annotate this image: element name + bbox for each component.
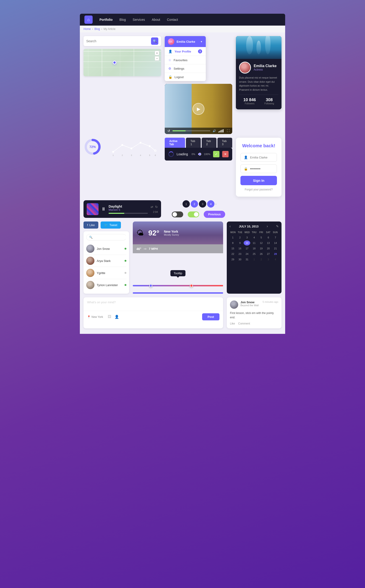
dropdown-header[interactable]: EC Emilia Clarke ▼ bbox=[165, 36, 206, 47]
cal-day-4[interactable]: 4 bbox=[251, 235, 257, 240]
contact-jon-snow[interactable]: Jon Snow bbox=[86, 243, 126, 255]
nav-blog[interactable]: Blog bbox=[119, 18, 126, 22]
page-next-arrow[interactable]: › bbox=[215, 202, 217, 206]
cal-day-22[interactable]: 22 bbox=[230, 251, 236, 257]
page-3[interactable]: 3 bbox=[199, 200, 206, 208]
cal-day-24[interactable]: 24 bbox=[244, 251, 250, 257]
slider-track-2[interactable] bbox=[133, 292, 223, 294]
cal-day-28-highlighted[interactable]: 28 bbox=[272, 251, 279, 257]
toggle-on[interactable] bbox=[188, 211, 199, 217]
cal-day-7[interactable]: 7 bbox=[272, 235, 279, 240]
cal-day-19[interactable]: 19 bbox=[258, 246, 265, 251]
cal-day-18[interactable]: 18 bbox=[251, 246, 257, 251]
post-button[interactable]: Post bbox=[202, 313, 219, 320]
cal-day-17[interactable]: 17 bbox=[244, 246, 250, 251]
cal-day-3-next[interactable]: 3 bbox=[265, 257, 272, 262]
video-play-button[interactable]: ▶ bbox=[193, 103, 204, 115]
facebook-like-button[interactable]: f Like bbox=[84, 222, 98, 229]
photo-icon[interactable]: 🖼 bbox=[108, 315, 111, 319]
social-comment-button[interactable]: Comment bbox=[238, 322, 250, 325]
cal-day-10-today[interactable]: 10 bbox=[244, 240, 250, 245]
cal-day-8[interactable]: 8 bbox=[230, 240, 236, 245]
search-input[interactable] bbox=[86, 39, 151, 43]
loading-confirm-button[interactable]: ✓ bbox=[213, 151, 219, 157]
person-icon[interactable]: 👤 bbox=[114, 315, 119, 319]
calendar-edit-icon[interactable]: ✎ bbox=[276, 224, 279, 228]
cal-day-14[interactable]: 14 bbox=[272, 240, 279, 245]
map-zoom-in[interactable]: + bbox=[155, 51, 159, 55]
cal-day-11[interactable]: 11 bbox=[251, 240, 257, 245]
cal-day-5[interactable]: 5 bbox=[258, 235, 265, 240]
nav-contact[interactable]: Contact bbox=[167, 18, 178, 22]
cal-day-23[interactable]: 23 bbox=[237, 251, 243, 257]
cal-day-12[interactable]: 12 bbox=[258, 240, 265, 245]
calendar-prev-button[interactable]: ‹ bbox=[230, 224, 231, 228]
nav-about[interactable]: About bbox=[152, 18, 160, 22]
cal-day-27[interactable]: 27 bbox=[265, 251, 272, 257]
tab-3[interactable]: Tab 3 bbox=[218, 138, 232, 148]
cal-day-16[interactable]: 16 bbox=[237, 246, 243, 251]
nav-services[interactable]: Services bbox=[133, 18, 145, 22]
loading-progress-bar[interactable] bbox=[198, 153, 201, 155]
breadcrumb-blog[interactable]: Blog bbox=[94, 27, 100, 31]
sign-in-button[interactable]: Sign In bbox=[240, 176, 277, 185]
shuffle-icon[interactable]: ⇄ bbox=[151, 205, 153, 209]
social-like-button[interactable]: Like bbox=[230, 322, 235, 325]
cal-day-15[interactable]: 15 bbox=[230, 246, 236, 251]
cal-day-31[interactable]: 31 bbox=[244, 257, 250, 262]
previous-button[interactable]: Previous bbox=[204, 211, 225, 218]
nav-portfolio[interactable]: Portfolio bbox=[99, 18, 113, 22]
cal-day-2[interactable]: 2 bbox=[237, 235, 243, 240]
video-replay-button[interactable]: ↺ bbox=[168, 129, 170, 133]
home-icon[interactable]: ⌂ bbox=[84, 15, 93, 24]
tab-active[interactable]: Active Tab bbox=[165, 138, 185, 148]
repeat-icon[interactable]: ↻ bbox=[155, 205, 158, 209]
map-zoom-out[interactable]: − bbox=[155, 56, 159, 61]
search-button[interactable]: 🔍 bbox=[151, 37, 158, 45]
cal-day-3[interactable]: 3 bbox=[244, 235, 250, 240]
video-progress-bar[interactable] bbox=[172, 130, 210, 131]
contact-arya-stark[interactable]: Arya Stark bbox=[86, 255, 126, 267]
tab-1[interactable]: Tab 1 bbox=[186, 138, 201, 148]
volume-icon[interactable]: 🔊 bbox=[213, 129, 216, 132]
page-1[interactable]: 1 bbox=[182, 200, 190, 208]
cal-day-30[interactable]: 30 bbox=[237, 257, 243, 262]
page-2[interactable]: 2 bbox=[191, 200, 198, 208]
cal-day-26[interactable]: 26 bbox=[258, 251, 265, 257]
dropdown-logout[interactable]: 🔒 Logout bbox=[165, 73, 206, 81]
slider-thumb-2[interactable] bbox=[190, 284, 193, 287]
forgot-password-link[interactable]: Forgot your password? bbox=[240, 188, 277, 191]
password-input[interactable] bbox=[250, 167, 288, 171]
cal-day-21[interactable]: 21 bbox=[272, 246, 279, 251]
cal-day-4-next[interactable]: 4 bbox=[272, 257, 279, 262]
page-4[interactable]: 4 bbox=[207, 200, 214, 208]
contact-ygritte[interactable]: Ygritte bbox=[86, 267, 126, 279]
music-progress-bar[interactable] bbox=[109, 213, 148, 214]
dropdown-favourites[interactable]: ☆ Favourites bbox=[165, 56, 206, 65]
cal-day-13[interactable]: 13 bbox=[265, 240, 272, 245]
music-pause-button[interactable]: ⏸ bbox=[101, 206, 106, 212]
cal-day-29[interactable]: 29 bbox=[230, 257, 236, 262]
fullscreen-button[interactable]: ⛶ bbox=[227, 129, 230, 132]
contacts-search-input[interactable] bbox=[94, 236, 129, 239]
username-input[interactable] bbox=[250, 156, 288, 159]
cal-day-9[interactable]: 9 bbox=[237, 240, 243, 245]
contact-tyrion[interactable]: Tyrion Lannister bbox=[86, 279, 126, 291]
cal-day-2-next[interactable]: 2 bbox=[258, 257, 265, 262]
dropdown-settings[interactable]: ⚙ Settings bbox=[165, 65, 206, 73]
cal-day-25[interactable]: 25 bbox=[251, 251, 257, 257]
page-prev-arrow[interactable]: ‹ bbox=[180, 202, 182, 206]
tab-2[interactable]: Tab 2 bbox=[202, 138, 217, 148]
slider-track[interactable] bbox=[133, 285, 223, 286]
slider-thumb-1[interactable] bbox=[149, 284, 152, 287]
dropdown-profile[interactable]: 👤 Your Profile 3 bbox=[165, 47, 206, 56]
cal-day-6[interactable]: 6 bbox=[265, 235, 272, 240]
cal-day-1[interactable]: 1 bbox=[230, 235, 236, 240]
cal-day-20[interactable]: 20 bbox=[265, 246, 272, 251]
loading-cancel-button[interactable]: ✕ bbox=[222, 151, 229, 157]
calendar-next-button[interactable]: › bbox=[267, 224, 268, 228]
toggle-off[interactable] bbox=[172, 211, 183, 217]
cal-day-1-next[interactable]: 1 bbox=[251, 257, 257, 262]
breadcrumb-home[interactable]: Home bbox=[84, 27, 91, 31]
twitter-tweet-button[interactable]: 🐦 Tweet bbox=[101, 222, 121, 229]
